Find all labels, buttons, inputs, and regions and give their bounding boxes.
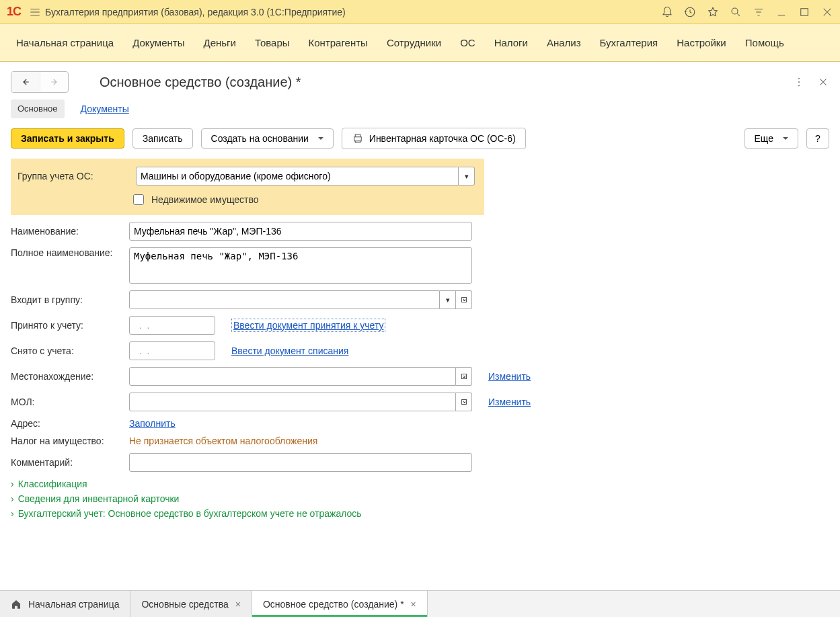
home-icon [11, 599, 22, 610]
removed-label: Снято с учета: [11, 345, 124, 356]
save-and-close-button[interactable]: Записать и закрыть [11, 128, 124, 149]
tab-current[interactable]: Основное средство (создание) * × [252, 591, 428, 617]
printer-icon [352, 132, 364, 145]
history-icon[interactable] [684, 6, 696, 18]
nav-home[interactable]: Начальная страница [16, 37, 114, 48]
nav-documents[interactable]: Документы [132, 37, 184, 48]
accepted-link[interactable]: Ввести документ принятия к учету [231, 319, 385, 332]
tab-fixed-assets-label: Основные средства [141, 599, 228, 610]
group-select[interactable] [136, 167, 459, 186]
nav-goods[interactable]: Товары [255, 37, 290, 48]
page-title: Основное средство (создание) * [100, 75, 789, 90]
location-input[interactable] [129, 367, 456, 386]
tab-fixed-assets[interactable]: Основные средства × [130, 591, 252, 617]
realty-checkbox-label: Недвижимое имущество [151, 194, 259, 205]
subtab-documents[interactable]: Документы [74, 99, 136, 118]
star-icon[interactable] [707, 6, 719, 18]
address-label: Адрес: [11, 418, 124, 429]
hamburger-icon[interactable] [29, 6, 41, 18]
nav-taxes[interactable]: Налоги [494, 37, 528, 48]
group-inventory-card[interactable]: › Сведения для инвентарной карточки [11, 493, 387, 504]
close-page-icon[interactable] [817, 76, 829, 88]
realty-checkbox[interactable] [133, 194, 144, 205]
window-tabs: Начальная страница Основные средства × О… [0, 590, 840, 617]
mol-input[interactable] [129, 393, 456, 411]
in-group-open-button[interactable] [456, 290, 472, 309]
print-card-label: Инвентарная карточка ОС (ОС-6) [369, 133, 516, 144]
name-input[interactable] [129, 222, 472, 241]
svg-point-3 [798, 81, 800, 83]
chevron-right-icon: › [11, 479, 14, 489]
svg-rect-1 [801, 8, 808, 15]
full-name-label: Полное наименование: [11, 247, 124, 258]
maximize-icon[interactable] [798, 6, 810, 18]
minimize-icon[interactable] [775, 6, 788, 18]
in-group-dropdown-button[interactable]: ▾ [440, 290, 456, 309]
comment-label: Комментарий: [11, 457, 124, 468]
mol-open-button[interactable] [456, 393, 472, 411]
save-button[interactable]: Записать [132, 128, 193, 149]
close-icon[interactable] [821, 6, 833, 18]
nav-settings[interactable]: Настройки [677, 37, 726, 48]
group-classification-label: Классификация [18, 479, 87, 489]
group-label: Группа учета ОС: [17, 171, 130, 181]
in-group-label: Входит в группу: [11, 294, 124, 305]
title-bar: 1C Бухгалтерия предприятия (базовая), ре… [0, 0, 840, 24]
main-nav: Начальная страница Документы Деньги Това… [0, 24, 840, 62]
removed-date-input[interactable] [129, 341, 215, 360]
app-logo: 1C [7, 5, 21, 19]
accepted-label: Принято к учету: [11, 320, 124, 331]
nav-os[interactable]: ОС [460, 37, 475, 48]
subtab-main[interactable]: Основное [11, 99, 65, 118]
group-accounting-block: Группа учета ОС: ▾ Недвижимое имущество [11, 159, 484, 215]
location-label: Местонахождение: [11, 371, 124, 382]
realty-checkbox-row[interactable]: Недвижимое имущество [130, 192, 478, 207]
search-icon[interactable] [730, 6, 742, 18]
svg-point-2 [798, 78, 800, 79]
group-inventory-card-label: Сведения для инвентарной карточки [18, 493, 180, 504]
tab-home[interactable]: Начальная страница [0, 591, 130, 617]
address-fill-link[interactable]: Заполнить [129, 418, 176, 429]
name-label: Наименование: [11, 226, 124, 237]
tab-close-icon[interactable]: × [235, 599, 241, 610]
chevron-right-icon: › [11, 508, 14, 519]
tax-value: Не признается объектом налогообложения [129, 436, 317, 446]
group-dropdown-button[interactable]: ▾ [459, 167, 475, 186]
chevron-right-icon: › [11, 493, 14, 504]
help-button[interactable]: ? [806, 128, 829, 149]
back-button[interactable] [11, 72, 40, 92]
svg-point-0 [732, 8, 738, 14]
nav-accounting[interactable]: Бухгалтерия [600, 37, 658, 48]
comment-input[interactable] [129, 453, 472, 472]
print-card-button[interactable]: Инвентарная карточка ОС (ОС-6) [342, 128, 526, 149]
location-open-button[interactable] [456, 367, 472, 386]
removed-link[interactable]: Ввести документ списания [231, 345, 348, 356]
mol-label: МОЛ: [11, 397, 124, 407]
group-classification[interactable]: › Классификация [11, 479, 387, 489]
tax-label: Налог на имущество: [11, 436, 124, 446]
location-change-link[interactable]: Изменить [488, 371, 531, 382]
group-accounting[interactable]: › Бухгалтерский учет: Основное средство … [11, 508, 387, 519]
nav-money[interactable]: Деньги [203, 37, 235, 48]
nav-analysis[interactable]: Анализ [547, 37, 581, 48]
kebab-icon[interactable] [793, 76, 805, 88]
filter-icon[interactable] [753, 6, 765, 18]
history-nav [11, 71, 69, 93]
full-name-textarea[interactable] [129, 247, 472, 284]
accepted-date-input[interactable] [129, 316, 215, 335]
nav-help[interactable]: Помощь [745, 37, 784, 48]
tab-current-label: Основное средство (создание) * [263, 599, 404, 610]
tab-close-icon[interactable]: × [411, 599, 416, 610]
titlebar-buttons [661, 6, 833, 18]
tab-home-label: Начальная страница [28, 599, 119, 610]
nav-employees[interactable]: Сотрудники [387, 37, 441, 48]
svg-point-4 [798, 85, 800, 86]
svg-rect-5 [354, 137, 362, 141]
create-based-button[interactable]: Создать на основании [201, 128, 334, 149]
bell-icon[interactable] [661, 6, 673, 18]
more-button[interactable]: Еще [744, 128, 799, 149]
mol-change-link[interactable]: Изменить [488, 397, 531, 407]
nav-contractors[interactable]: Контрагенты [309, 37, 368, 48]
group-accounting-label: Бухгалтерский учет: Основное средство в … [18, 508, 362, 519]
in-group-input[interactable] [129, 290, 440, 309]
